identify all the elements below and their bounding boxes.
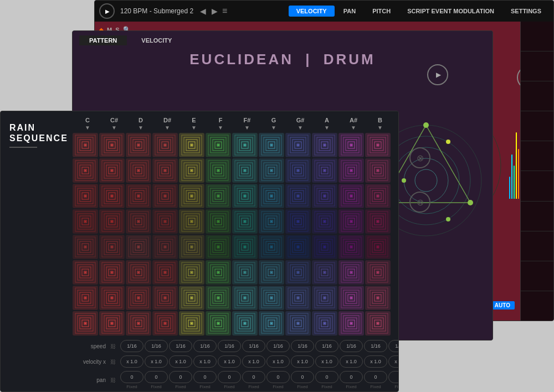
grid-cell-6-1[interactable] [232, 158, 258, 183]
x-circle-1[interactable]: ⊗ [409, 147, 430, 168]
grid-cell-1-3[interactable] [99, 209, 125, 234]
control-pill-0-8[interactable]: 1/16 [315, 340, 338, 352]
grid-cell-1-2[interactable] [99, 184, 125, 208]
grid-cell-4-0[interactable] [179, 133, 204, 157]
control-pill-2-2[interactable]: 0 [169, 371, 192, 383]
grid-cell-10-0[interactable] [338, 133, 364, 157]
control-pill-0-5[interactable]: 1/16 [242, 340, 265, 352]
control-pill-2-5[interactable]: 0 [242, 371, 265, 383]
grid-cell-9-2[interactable] [312, 184, 337, 208]
grid-cell-6-0[interactable] [232, 133, 258, 157]
grid-cell-5-3[interactable] [206, 209, 231, 234]
grid-cell-0-5[interactable] [73, 260, 98, 285]
grid-cell-6-4[interactable] [232, 235, 258, 259]
grid-cell-5-0[interactable] [206, 133, 231, 157]
next-button[interactable]: ▶ [211, 6, 219, 17]
grid-cell-2-7[interactable] [126, 311, 151, 336]
control-pill-0-10[interactable]: 1/16 [364, 340, 387, 352]
link-icon-1[interactable]: ⛓ [108, 357, 118, 367]
grid-cell-0-6[interactable] [73, 286, 98, 310]
grid-cell-10-1[interactable] [338, 158, 364, 183]
grid-cell-10-4[interactable] [338, 235, 364, 259]
note-arrow-G#[interactable]: ▼ [288, 125, 313, 131]
note-arrow-D#[interactable]: ▼ [155, 125, 180, 131]
control-pill-1-0[interactable]: x 1.0 [120, 355, 143, 368]
grid-cell-6-6[interactable] [232, 286, 258, 310]
control-pill-0-11[interactable]: 1/16 [388, 340, 399, 352]
control-pill-2-7[interactable]: 0 [291, 371, 314, 383]
auto-badge[interactable]: AUTO [490, 301, 515, 310]
note-arrow-C#[interactable]: ▼ [101, 125, 127, 131]
control-pill-1-4[interactable]: x 1.0 [218, 355, 241, 368]
grid-cell-4-2[interactable] [179, 184, 204, 208]
grid-cell-3-4[interactable] [152, 235, 178, 259]
grid-cell-8-5[interactable] [285, 260, 311, 285]
grid-cell-4-5[interactable] [179, 260, 204, 285]
control-pill-0-4[interactable]: 1/16 [218, 340, 241, 352]
link-icon-2[interactable]: ⛓ [108, 375, 118, 385]
grid-cell-3-3[interactable] [152, 209, 178, 234]
grid-cell-2-4[interactable] [126, 235, 151, 259]
grid-cell-11-1[interactable] [365, 158, 391, 183]
grid-cell-1-5[interactable] [99, 260, 125, 285]
control-pill-0-9[interactable]: 1/16 [340, 340, 363, 352]
grid-cell-7-4[interactable] [259, 235, 284, 259]
grid-cell-11-5[interactable] [365, 260, 391, 285]
tab-settings[interactable]: SETTINGS [503, 6, 549, 17]
note-arrow-D[interactable]: ▼ [128, 125, 153, 131]
tab-pan[interactable]: PAN [336, 6, 363, 17]
grid-cell-11-0[interactable] [365, 133, 391, 157]
grid-cell-3-6[interactable] [152, 286, 178, 310]
control-pill-1-7[interactable]: x 1.0 [291, 355, 314, 368]
grid-cell-8-4[interactable] [285, 235, 311, 259]
control-pill-2-8[interactable]: 0 [315, 371, 338, 383]
grid-cell-7-1[interactable] [259, 158, 284, 183]
grid-cell-2-1[interactable] [126, 158, 151, 183]
control-pill-2-0[interactable]: 0 [120, 371, 143, 383]
grid-cell-1-4[interactable] [99, 235, 125, 259]
grid-cell-2-0[interactable] [126, 133, 151, 157]
grid-cell-10-7[interactable] [338, 311, 364, 336]
grid-cell-2-5[interactable] [126, 260, 151, 285]
drum-tab-velocity[interactable]: VELOCITY [131, 35, 182, 45]
control-pill-1-11[interactable]: x 1.0 [388, 355, 399, 368]
note-arrow-E[interactable]: ▼ [181, 125, 207, 131]
tab-velocity[interactable]: VELOCITY [289, 6, 335, 17]
grid-cell-8-1[interactable] [285, 158, 311, 183]
prev-button[interactable]: ◀ [199, 6, 207, 17]
control-pill-1-5[interactable]: x 1.0 [242, 355, 265, 368]
grid-cell-9-7[interactable] [312, 311, 337, 336]
grid-cell-5-6[interactable] [206, 286, 231, 310]
grid-cell-8-2[interactable] [285, 184, 311, 208]
control-pill-0-7[interactable]: 1/16 [291, 340, 314, 352]
grid-cell-0-7[interactable] [73, 311, 98, 336]
control-pill-1-2[interactable]: x 1.0 [169, 355, 192, 368]
grid-cell-4-6[interactable] [179, 286, 204, 310]
note-arrow-F[interactable]: ▼ [208, 125, 233, 131]
grid-cell-1-0[interactable] [99, 133, 125, 157]
tab-pitch[interactable]: PITCH [365, 6, 398, 17]
control-pill-0-3[interactable]: 1/16 [193, 340, 217, 352]
grid-cell-1-7[interactable] [99, 311, 125, 336]
tab-script[interactable]: SCRIPT EVENT MODULATION [399, 6, 502, 17]
note-arrow-F#[interactable]: ▼ [234, 125, 260, 131]
control-pill-1-6[interactable]: x 1.0 [266, 355, 290, 368]
control-pill-0-1[interactable]: 1/16 [145, 340, 168, 352]
note-arrow-A#[interactable]: ▼ [341, 125, 366, 131]
grid-cell-3-0[interactable] [152, 133, 178, 157]
grid-cell-6-2[interactable] [232, 184, 258, 208]
grid-cell-2-6[interactable] [126, 286, 151, 310]
grid-cell-0-1[interactable] [73, 158, 98, 183]
control-pill-1-9[interactable]: x 1.0 [340, 355, 363, 368]
control-pill-2-3[interactable]: 0 [193, 371, 217, 383]
grid-cell-0-4[interactable] [73, 235, 98, 259]
grid-cell-7-3[interactable] [259, 209, 284, 234]
note-arrow-G[interactable]: ▼ [261, 125, 286, 131]
grid-cell-3-1[interactable] [152, 158, 178, 183]
grid-cell-1-1[interactable] [99, 158, 125, 183]
grid-cell-4-1[interactable] [179, 158, 204, 183]
transport-play-button[interactable] [99, 3, 115, 19]
control-pill-2-6[interactable]: 0 [266, 371, 290, 383]
grid-cell-9-1[interactable] [312, 158, 337, 183]
grid-cell-4-7[interactable] [179, 311, 204, 336]
